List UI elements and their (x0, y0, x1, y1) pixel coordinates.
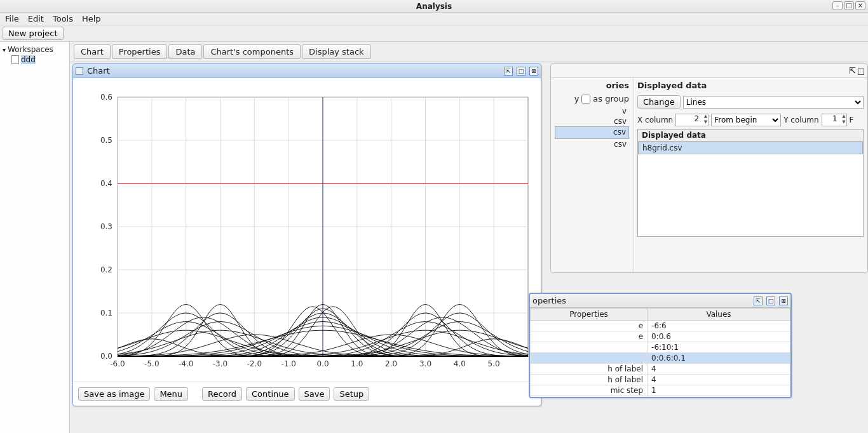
properties-table[interactable]: Properties Values e-6:6e0:0.6-6:10:10:0.… (530, 308, 790, 397)
y-column-label: Y column (783, 116, 818, 124)
chart-restore-icon[interactable]: ⇱ (504, 67, 513, 76)
svg-text:0.0: 0.0 (100, 352, 112, 361)
close-icon[interactable]: × (855, 1, 865, 10)
panel-restore-icon[interactable]: ⇱ (849, 66, 856, 76)
chart-window: Chart ⇱ □ ⊠ -6.0-5.0-4.0-3.0-2.0-1.00.01… (72, 63, 541, 406)
chart-maximize-icon[interactable]: □ (517, 67, 526, 76)
categories-header: ories (555, 81, 629, 93)
x-column-spinner[interactable]: 2 (675, 114, 709, 126)
svg-text:0.4: 0.4 (100, 179, 112, 188)
chart-window-titlebar[interactable]: Chart ⇱ □ ⊠ (73, 64, 541, 78)
properties-row[interactable]: mic step1 (531, 396, 790, 397)
displayed-data-list[interactable]: Displayed data h8grid.csv (637, 129, 864, 237)
workspace-tree: ▾ Workspaces ddd (0, 42, 70, 433)
values-col-header: Values (648, 309, 790, 321)
properties-row[interactable]: h of label4 (531, 375, 790, 385)
svg-text:5.0: 5.0 (488, 359, 500, 368)
tab-data[interactable]: Data (168, 44, 202, 59)
y-label: y (574, 94, 580, 103)
save-button[interactable]: Save (299, 387, 330, 401)
properties-window-title: operties (532, 296, 750, 305)
file-list-item[interactable]: v (555, 106, 629, 116)
properties-row[interactable]: e-6:6 (531, 321, 790, 331)
svg-text:2.0: 2.0 (385, 359, 397, 368)
properties-row[interactable]: -6:10:1 (531, 342, 790, 353)
tree-expand-icon[interactable]: ▾ (3, 46, 6, 53)
svg-text:0.6: 0.6 (100, 93, 112, 102)
svg-text:3.0: 3.0 (419, 359, 431, 368)
svg-text:-6.0: -6.0 (110, 359, 125, 368)
svg-text:0.0: 0.0 (316, 359, 329, 368)
prop-restore-icon[interactable]: ⇱ (754, 296, 763, 305)
properties-window-titlebar[interactable]: operties ⇱ □ ⊠ (530, 294, 790, 308)
properties-row[interactable]: h of label4 (531, 364, 790, 375)
prop-close-icon[interactable]: ⊠ (779, 296, 788, 305)
svg-text:0.1: 0.1 (100, 309, 112, 317)
menu-edit[interactable]: Edit (28, 14, 44, 23)
svg-text:-2.0: -2.0 (247, 359, 262, 368)
file-icon (11, 55, 19, 64)
maximize-icon[interactable]: □ (844, 1, 854, 10)
properties-col-header: Properties (531, 309, 648, 321)
menu-help[interactable]: Help (82, 14, 101, 23)
setup-button[interactable]: Setup (334, 387, 369, 401)
tree-item-ddd[interactable]: ddd (10, 55, 68, 65)
chart-area: -6.0-5.0-4.0-3.0-2.0-1.00.01.02.03.04.05… (73, 78, 541, 382)
toolbar: New project (0, 25, 868, 42)
file-list[interactable]: vcsvcsvcsv (555, 105, 629, 150)
menubar: File Edit Tools Help (0, 13, 868, 25)
chart-window-icon (76, 67, 83, 75)
window-titlebar: Analysis – □ × (0, 0, 868, 13)
file-list-item[interactable]: csv (555, 116, 629, 126)
tab-chart-components[interactable]: Chart's components (203, 44, 301, 59)
y-column-spinner[interactable]: 1 (822, 114, 847, 126)
svg-text:-1.0: -1.0 (281, 359, 295, 368)
svg-text:0.2: 0.2 (100, 265, 112, 274)
svg-text:0.3: 0.3 (100, 222, 112, 231)
tree-root-workspaces[interactable]: ▾ Workspaces (1, 44, 68, 55)
data-panel: ⇱ □ ories y as group vcsvcsvcsv Displaye… (550, 63, 868, 273)
change-button[interactable]: Change (637, 95, 681, 109)
record-button[interactable]: Record (202, 387, 242, 401)
properties-row[interactable]: mic step1 (531, 385, 790, 396)
properties-window: operties ⇱ □ ⊠ Properties Values e-6:6e0… (529, 293, 792, 398)
tab-display-stack[interactable]: Display stack (302, 44, 371, 59)
chart-window-title: Chart (87, 66, 500, 76)
chart-footer: Save as image Menu Record Continue Save … (73, 382, 541, 406)
continue-button[interactable]: Continue (246, 387, 294, 401)
displayed-data-item[interactable]: h8grid.csv (638, 142, 863, 154)
svg-text:0.5: 0.5 (100, 136, 112, 145)
menu-tools[interactable]: Tools (53, 14, 73, 23)
panel-maximize-icon[interactable]: □ (857, 66, 865, 76)
chart-menu-button[interactable]: Menu (154, 387, 188, 401)
chart-svg: -6.0-5.0-4.0-3.0-2.0-1.00.01.02.03.04.05… (73, 78, 541, 382)
properties-row[interactable]: 0:0.6:0.1 (531, 353, 790, 364)
display-type-select[interactable]: Lines (683, 96, 864, 109)
properties-row[interactable]: e0:0.6 (531, 331, 790, 342)
svg-text:-5.0: -5.0 (144, 359, 159, 368)
file-list-item[interactable]: csv (555, 139, 629, 149)
tab-row: Chart Properties Data Chart's components… (70, 42, 868, 62)
displayed-data-header: Displayed data (637, 81, 864, 93)
tab-chart[interactable]: Chart (74, 44, 111, 59)
svg-text:4.0: 4.0 (454, 359, 466, 368)
tab-properties[interactable]: Properties (112, 44, 168, 59)
as-group-label: as group (593, 94, 629, 103)
chart-close-icon[interactable]: ⊠ (529, 67, 538, 76)
svg-text:1.0: 1.0 (351, 359, 363, 368)
from-begin-select[interactable]: From begin (711, 114, 781, 126)
menu-file[interactable]: File (5, 14, 19, 23)
svg-text:-4.0: -4.0 (179, 359, 193, 368)
svg-text:-3.0: -3.0 (213, 359, 227, 368)
new-project-button[interactable]: New project (3, 27, 64, 40)
x-column-label: X column (637, 116, 673, 124)
save-as-image-button[interactable]: Save as image (78, 387, 150, 401)
as-group-checkbox[interactable] (581, 95, 590, 103)
displayed-data-list-header: Displayed data (638, 130, 863, 142)
prop-maximize-icon[interactable]: □ (766, 296, 775, 305)
minimize-icon[interactable]: – (832, 1, 843, 10)
file-list-item[interactable]: csv (555, 126, 629, 139)
window-title: Analysis (416, 2, 452, 11)
